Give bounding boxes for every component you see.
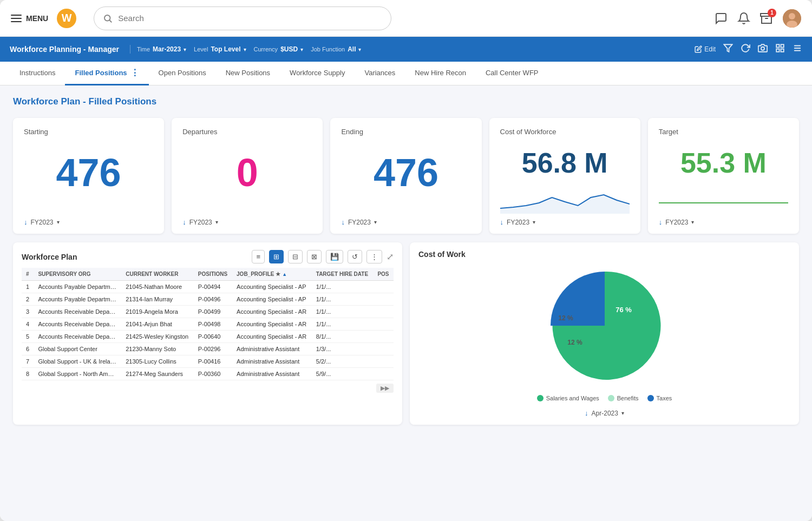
table-more-btn[interactable]: ⋮ (366, 250, 382, 263)
table-cell[interactable]: Global Support - North America Group (34, 368, 121, 380)
table-cell[interactable]: Accounting Specialist - AR (232, 306, 312, 318)
table-cell[interactable]: Global Support - UK & Ireland Group (34, 355, 121, 368)
tab-workforce-supply[interactable]: Workforce Supply (280, 62, 355, 85)
table-cell[interactable]: Accounting Specialist - AP (232, 293, 312, 306)
table-cols-btn[interactable]: ⊟ (288, 250, 303, 263)
table-cell[interactable]: 8/1/... (312, 331, 374, 343)
table-cell[interactable] (373, 293, 394, 306)
table-cell[interactable] (373, 331, 394, 343)
table-cell[interactable]: Accounting Specialist - AR (232, 331, 312, 343)
table-cell[interactable]: Administrative Assistant (232, 355, 312, 368)
tab-instructions[interactable]: Instructions (10, 62, 65, 85)
col-header-supervisory-org[interactable]: SUPERVISORY ORG (34, 268, 121, 281)
table-cell[interactable]: 21045-Nathan Moore (121, 281, 194, 293)
table-cell[interactable]: P-00494 (194, 281, 232, 293)
tab-new-hire-recon[interactable]: New Hire Recon (405, 62, 476, 85)
table-filter-btn[interactable]: ≡ (252, 250, 265, 263)
table-cell[interactable]: Accounts Receivable Department (34, 306, 121, 318)
kpi-ending: Ending 476 ↓ FY2023 ▾ (330, 118, 481, 234)
table-cell[interactable]: Accounting Specialist - AR (232, 318, 312, 331)
grid-button[interactable] (775, 43, 785, 55)
layout-button[interactable] (793, 43, 802, 55)
table-cell[interactable]: Accounting Specialist - AP (232, 281, 312, 293)
table-cell[interactable] (373, 343, 394, 355)
tab-open-positions[interactable]: Open Positions (149, 62, 216, 85)
table-cell[interactable]: 5/9/... (312, 368, 374, 380)
level-filter[interactable]: Level Top Level ▾ (194, 45, 246, 53)
tab-filled-positions[interactable]: Filled Positions ⋮ (65, 62, 148, 85)
kpi-starting-footer[interactable]: ↓ FY2023 ▾ (24, 218, 153, 226)
tab-call-center-wfp[interactable]: Call Center WFP (476, 62, 548, 85)
table-cell[interactable] (373, 368, 394, 380)
legend-label-salaries: Salaries and Wages (546, 395, 599, 401)
tab-variances[interactable]: Variances (355, 62, 405, 85)
edit-button[interactable]: Edit (695, 45, 716, 53)
table-cell[interactable]: Accounts Payable Department (34, 281, 121, 293)
col-header-positions[interactable]: POSITIONS (194, 268, 232, 281)
col-header-current-worker[interactable]: CURRENT WORKER (121, 268, 194, 281)
table-refresh-btn[interactable]: ↺ (348, 250, 362, 263)
table-cell[interactable]: P-00499 (194, 306, 232, 318)
table-cell[interactable]: P-00498 (194, 318, 232, 331)
table-cell[interactable]: 1/1/... (312, 306, 374, 318)
table-freeze-btn[interactable]: ⊠ (307, 250, 322, 263)
kpi-target-chevron-icon: ▾ (691, 219, 694, 225)
table-cell[interactable]: Accounts Payable Department (34, 293, 121, 306)
search-input[interactable] (118, 14, 382, 23)
table-cell[interactable]: 1/1/... (312, 318, 374, 331)
table-cell[interactable]: 21305-Lucy Collins (121, 355, 194, 368)
table-cell[interactable]: P-00640 (194, 331, 232, 343)
table-cell[interactable]: P-00496 (194, 293, 232, 306)
table-rows-btn[interactable]: ⊞ (269, 250, 284, 263)
col-header-target-hire-date[interactable]: TARGET HIRE DATE (312, 268, 374, 281)
job-function-filter[interactable]: Job Function All ▾ (311, 45, 361, 53)
notifications-button[interactable] (737, 12, 750, 25)
table-cell[interactable]: 21314-Ian Murray (121, 293, 194, 306)
kpi-departures-footer[interactable]: ↓ FY2023 ▾ (182, 218, 312, 226)
search-bar[interactable] (94, 6, 391, 30)
table-cell[interactable]: 21274-Meg Saunders (121, 368, 194, 380)
table-cell[interactable]: Administrative Assistant (232, 343, 312, 355)
table-cell[interactable] (373, 281, 394, 293)
camera-button[interactable] (758, 43, 768, 55)
table-cell[interactable]: Administrative Assistant (232, 368, 312, 380)
kpi-cow-footer[interactable]: ↓ FY2023 ▾ (500, 218, 630, 226)
table-cell[interactable]: 21230-Manny Soto (121, 343, 194, 355)
table-cell[interactable]: 1/1/... (312, 281, 374, 293)
table-cell[interactable]: 21019-Angela Mora (121, 306, 194, 318)
kpi-target-footer[interactable]: ↓ FY2023 ▾ (659, 218, 788, 226)
table-cell[interactable]: Accounts Receivable Department (34, 318, 121, 331)
menu-button[interactable]: MENU (11, 14, 48, 23)
currency-filter[interactable]: Currency $USD ▾ (254, 45, 304, 53)
tab-new-positions[interactable]: New Positions (216, 62, 280, 85)
col-header-pos[interactable]: POS (373, 268, 394, 281)
table-cell[interactable]: P-00296 (194, 343, 232, 355)
table-cell[interactable] (373, 306, 394, 318)
table-cell[interactable] (373, 355, 394, 368)
table-expand-icon[interactable]: ⤢ (387, 252, 394, 262)
col-header-job-profile[interactable]: JOB_PROFILE ★ ▲ (232, 268, 312, 281)
table-cell[interactable]: 5/2/... (312, 355, 374, 368)
table-cell[interactable]: 21425-Wesley Kingston (121, 331, 194, 343)
table-cell[interactable]: 1/3/... (312, 343, 374, 355)
inbox-button[interactable]: 1 (760, 12, 773, 25)
time-filter[interactable]: Time Mar-2023 ▾ (137, 45, 186, 53)
kpi-cow-chevron-icon: ▾ (533, 219, 535, 225)
table-pagination[interactable]: ▶▶ (376, 384, 394, 393)
svg-point-10 (761, 47, 764, 50)
pie-footer[interactable]: ↓ Apr-2023 ▾ (585, 409, 624, 417)
table-cell[interactable]: P-00360 (194, 368, 232, 380)
table-cell[interactable] (373, 318, 394, 331)
table-cell[interactable]: Global Support Center (34, 343, 121, 355)
table-cell[interactable]: Accounts Receivable Department (34, 331, 121, 343)
refresh-button[interactable] (741, 43, 750, 55)
kpi-ending-footer[interactable]: ↓ FY2023 ▾ (341, 218, 470, 226)
user-avatar[interactable] (783, 9, 801, 28)
table-save-btn[interactable]: 💾 (326, 250, 343, 263)
table-cell[interactable]: P-00416 (194, 355, 232, 368)
table-cell[interactable]: 1/1/... (312, 293, 374, 306)
tab-menu-icon[interactable]: ⋮ (130, 68, 139, 78)
table-cell[interactable]: 21041-Arjun Bhat (121, 318, 194, 331)
filter-icon-button[interactable] (723, 43, 733, 55)
messages-button[interactable] (715, 12, 728, 25)
